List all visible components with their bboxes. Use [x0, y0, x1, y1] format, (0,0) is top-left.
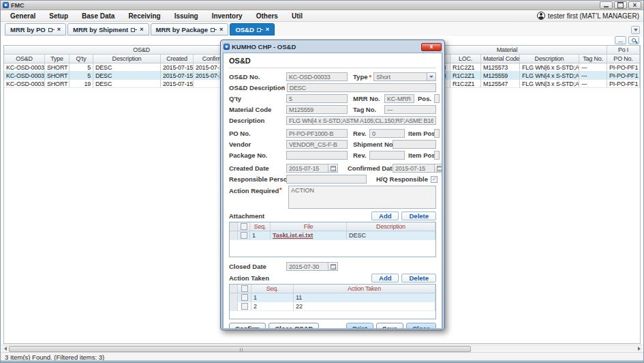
shipment-no-field[interactable] [393, 140, 436, 149]
scroll-right-arrow[interactable] [635, 345, 643, 353]
action-taken-row[interactable]: 2 22 [230, 302, 435, 311]
row-selector[interactable] [230, 231, 238, 239]
cell-type[interactable]: SHORT [45, 72, 70, 80]
mrr-no-field[interactable] [384, 94, 414, 103]
menu-others[interactable]: Others [251, 11, 286, 21]
hq-responsible-checkbox[interactable] [431, 176, 438, 183]
cell-qty[interactable]: 19 [70, 80, 93, 88]
type-select[interactable] [373, 72, 427, 81]
cell-loc[interactable]: R1C2Z1 [450, 63, 481, 72]
tab-mrr-by-po[interactable]: MRR by PO × [5, 23, 66, 35]
select-all-checkbox[interactable] [241, 285, 248, 292]
attachment-delete-button[interactable]: Delete [401, 212, 436, 220]
cell-tag-no[interactable]: --- [579, 80, 607, 88]
cell-description[interactable]: DESC [93, 63, 161, 72]
po-no-field[interactable] [286, 129, 348, 138]
select-all-checkbox[interactable] [241, 223, 247, 230]
pin-icon[interactable] [48, 27, 55, 32]
tab-mrr-by-shipment[interactable]: MRR by Shipment × [67, 23, 149, 35]
minimize-button[interactable] [600, 1, 613, 9]
description-field[interactable] [286, 116, 436, 125]
po-item-pos-field[interactable] [434, 129, 440, 138]
print-button[interactable]: Print [346, 323, 373, 329]
cell-qty[interactable]: 5 [70, 63, 93, 72]
menu-inventory[interactable]: Inventory [206, 11, 251, 21]
package-item-pos-field[interactable] [434, 151, 440, 160]
menu-issuing[interactable]: Issuing [169, 11, 206, 21]
cell-tag-no[interactable]: --- [579, 63, 607, 72]
tag-no-field[interactable] [384, 105, 436, 114]
menu-receiving[interactable]: Receiving [123, 11, 168, 21]
cell-osd[interactable]: KC-OSD-00033 [4, 72, 45, 80]
cell-created[interactable]: 2015-07-15 [161, 63, 194, 72]
pin-icon[interactable] [211, 27, 217, 32]
dialog-close-button[interactable]: x [421, 43, 442, 51]
cell-created[interactable]: 2015-07-15 [161, 80, 194, 88]
close-tab-icon[interactable]: × [266, 27, 269, 32]
cell-type[interactable]: SHORT [45, 63, 70, 72]
confirm-button[interactable]: Confirm [229, 323, 266, 329]
scrollbar-thumb[interactable] [9, 346, 471, 352]
closed-date-field[interactable] [286, 262, 328, 271]
calendar-icon[interactable] [328, 164, 338, 173]
pos-field[interactable] [434, 94, 440, 103]
col-created[interactable]: Created [161, 55, 194, 63]
scroll-left-arrow[interactable] [1, 345, 9, 353]
menu-base-data[interactable]: Base Data [76, 11, 123, 21]
close-tab-icon[interactable]: × [57, 27, 61, 32]
more-options-button[interactable]: ... [615, 36, 626, 44]
col-qty[interactable]: Q'ty [70, 55, 93, 63]
osd-description-field[interactable] [287, 83, 436, 92]
tab-osd[interactable]: OS&D × [230, 23, 275, 35]
package-no-field[interactable] [286, 151, 348, 160]
material-code-field[interactable] [286, 105, 348, 114]
confirmed-date-field[interactable] [393, 164, 435, 173]
col-description[interactable]: Description [93, 55, 161, 63]
col-material-code[interactable]: Material Code [481, 55, 520, 63]
cell-loc[interactable]: R1C2Z1 [450, 80, 481, 88]
cell-material-code[interactable]: M125573 [481, 63, 520, 72]
responsible-person-field[interactable] [286, 175, 367, 184]
cell-type[interactable]: SHORT [45, 80, 70, 88]
cell-material-description[interactable]: FLG WN|4 x S-STD;ASTM [520, 72, 579, 80]
action-required-textarea[interactable]: ACTION [288, 186, 436, 209]
close-button[interactable]: Close [406, 323, 436, 329]
cell-material-description[interactable]: FLG WN|6 x S-STD;ASTM [520, 63, 579, 72]
row-checkbox[interactable] [241, 303, 248, 310]
cell-created[interactable]: 2015-07-15 [161, 72, 194, 80]
menu-general[interactable]: General [5, 11, 44, 21]
cell-loc[interactable]: R1C2Z1 [450, 72, 481, 80]
save-button[interactable]: Save [376, 323, 403, 329]
type-dropdown-icon[interactable] [427, 72, 436, 81]
cell-description[interactable]: DESC [93, 72, 161, 80]
col-loc[interactable]: LOC. [450, 55, 481, 63]
col-type[interactable]: Type [45, 55, 70, 63]
cell-description[interactable]: DESC [93, 80, 161, 88]
attachment-row[interactable]: 1 TaskList.ei.txt DESC [230, 231, 435, 240]
tab-overflow-button[interactable] [631, 26, 640, 34]
cell-material-code[interactable]: M125559 [481, 72, 520, 80]
col-material-description[interactable]: Description [520, 55, 579, 63]
close-window-button[interactable] [628, 1, 641, 9]
col-po-no[interactable]: PO No. [607, 55, 640, 63]
menu-setup[interactable]: Setup [44, 11, 76, 21]
po-rev-field[interactable] [369, 129, 405, 138]
calendar-icon[interactable] [328, 262, 338, 271]
attachment-file-link[interactable]: TaskList.ei.txt [273, 232, 313, 239]
maximize-button[interactable] [614, 1, 627, 9]
pin-icon[interactable] [131, 27, 137, 32]
tab-mrr-by-package[interactable]: MRR by Package × [151, 23, 229, 35]
attachment-add-button[interactable]: Add [371, 212, 399, 220]
cell-po-no[interactable]: PI-PO-PF1 [607, 80, 640, 88]
col-tag-no[interactable]: Tag No. [579, 55, 607, 63]
cell-osd[interactable]: KC-OSD-00034 [4, 63, 45, 72]
row-selector[interactable] [230, 293, 238, 302]
created-date-field[interactable] [286, 164, 328, 173]
pin-icon[interactable] [257, 27, 263, 32]
close-tab-icon[interactable]: × [140, 27, 143, 32]
row-checkbox[interactable] [241, 294, 248, 301]
cell-material-code[interactable]: M125547 [481, 80, 520, 88]
package-rev-field[interactable] [369, 151, 405, 160]
row-selector[interactable] [230, 302, 238, 310]
menu-util[interactable]: Util [286, 11, 311, 21]
